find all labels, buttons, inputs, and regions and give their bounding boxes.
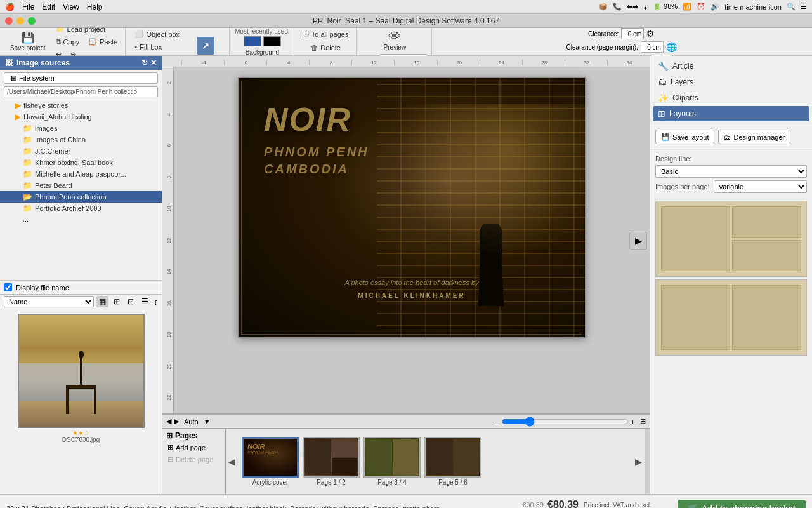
page-margin-label: Clearance (page margin): [566,44,638,51]
tab-article[interactable]: 🔧 Article [653,58,809,74]
zoom-in-btn[interactable]: ▶ [174,417,179,425]
sort-dir-icon[interactable]: ↕ [154,297,158,307]
add-icon: ⊞ [167,443,173,451]
pages-icon: ⊞ [166,431,173,440]
maximize-button[interactable] [28,17,36,25]
time-machine-icon[interactable]: ⏰ [697,3,705,11]
background-section: Most recently used: Background ▼ Backgro… [231,28,294,55]
delete-page-button[interactable]: ⊟ Delete page [166,455,221,464]
object-box-button[interactable]: ⬜ Object box [131,28,183,40]
clearance-gear-icon[interactable]: ⚙ [646,29,655,39]
zoom-plus-icon[interactable]: + [631,418,635,425]
display-filename-checkbox[interactable] [4,283,12,291]
large-grid-button[interactable]: ⊟ [125,296,136,307]
tree-item-khmer[interactable]: 📁 Khmer boxing_Saal book [0,157,162,168]
tree-item-portfolio[interactable]: 📁 Portfolio Archief 2000 [0,203,162,214]
zoom-out-btn[interactable]: ◀ [166,417,171,425]
add-to-cart-button[interactable]: 🛒 Add to shopping basket [678,500,806,508]
detail-view-button[interactable]: ☰ [139,296,151,307]
zoom-slider[interactable] [502,417,629,427]
zoom-minus-icon[interactable]: − [495,418,499,425]
tree-item-phnom[interactable]: 📂 Phnom Penh collection [0,191,162,203]
page-margin-input[interactable] [641,41,664,53]
cart-icon: 🛒 [688,504,698,508]
tree-item-images-china[interactable]: 📁 Images of China [0,134,162,145]
page-thumb-3-4[interactable]: Page 3 / 4 [362,436,422,487]
clearance-input[interactable] [621,28,644,39]
back-forward-icon[interactable]: ⬅➡ [627,3,638,11]
tree-item-label: Phnom Penh collection [35,193,107,201]
bluetooth-icon[interactable]: ⬥ [643,3,648,11]
next-page-arrow[interactable]: ▶ [629,232,647,250]
add-page-button[interactable]: ⊞ Add page [166,443,221,452]
page-thumb-1-2[interactable]: Page 1 / 2 [301,436,361,487]
delete-button[interactable]: 🗑 Delete [307,42,344,53]
thumbnail-item[interactable]: ★★☆ DSC7030.jpg [3,311,159,491]
globe-icon[interactable]: 🌐 [666,42,677,52]
dropbox-icon[interactable]: 📦 [599,3,608,11]
phone-icon[interactable]: 📞 [613,3,622,11]
battery-icon[interactable]: 🔋 98% [653,3,678,11]
pages-scrollbar[interactable] [645,429,650,494]
color-swatch-black[interactable] [263,36,281,46]
edit-menu[interactable]: Edit [42,3,55,11]
pages-scroll-area[interactable]: NOIR PHNOM PENH Acrylic cover [238,429,632,494]
search-icon[interactable]: 🔍 [787,3,796,11]
file-system-button[interactable]: 🖥 File system [4,72,158,84]
list-icon[interactable]: ☰ [801,3,807,11]
pages-left-scroll: ◀ [226,429,238,494]
tree-item-peter[interactable]: 📁 Peter Beard [0,180,162,191]
save-project-button[interactable]: 💾 Save project [6,30,49,53]
mac-menubar: 🍎 File Edit View Help 📦 📞 ⬅➡ ⬥ 🔋 98% 📶 ⏰… [0,0,812,14]
pages-scroll-right-button[interactable]: ▶ [632,455,645,468]
tree-item-jc-cremer[interactable]: 📁 J.C.Cremer [0,145,162,157]
color-swatch-blue[interactable] [244,36,261,46]
apple-menu[interactable]: 🍎 [5,3,15,11]
monitor-icon: 🖥 [10,74,16,82]
pages34-label: Page 3 / 4 [377,479,407,486]
layouts-grid [650,201,812,361]
tree-item-hawaii[interactable]: ▶ Hawaii_Aloha Healing [0,111,162,123]
design-manager-button[interactable]: 🗂 Design manager [718,130,790,144]
tree-item-more[interactable]: ... [0,214,162,224]
images-per-page-dropdown[interactable]: variable 1 2 [714,180,807,193]
volume-icon[interactable]: 🔊 [710,3,719,11]
help-menu[interactable]: Help [87,3,103,11]
view-menu[interactable]: View [63,3,79,11]
list-view-button[interactable]: ▦ [96,296,108,307]
status-bar: 30 x 21 Photobook Professional Line, Cov… [0,494,812,508]
sort-dropdown[interactable]: Name Date Size [4,296,94,307]
paste-icon: 📋 [88,37,97,46]
pages-scroll-left-button[interactable]: ◀ [226,455,238,468]
copy-button[interactable]: ⧉ Copy [52,36,84,48]
file-menu[interactable]: File [22,3,34,11]
close-button[interactable] [5,17,13,25]
page-thumb-cover[interactable]: NOIR PHNOM PENH Acrylic cover [240,436,300,487]
fit-icon[interactable]: ⊞ [640,417,646,425]
design-line-dropdown[interactable]: Basic Advanced [655,165,807,178]
save-layout-button[interactable]: 💾 Save layout [655,130,714,144]
layout-card-1[interactable] [655,201,807,277]
tree-item-images[interactable]: 📁 images [0,123,162,134]
window-controls[interactable] [5,17,36,25]
layout-card-2[interactable] [655,279,807,356]
to-all-pages-button[interactable]: ⊞ To all pages [299,28,353,40]
clipboard-section: ⊞ To all pages 🗑 Delete 🗑 Delete all [296,28,357,55]
grid-view-button[interactable]: ⊞ [111,296,122,307]
fill-box-button[interactable]: ▪ Fill box [131,41,183,53]
tab-layouts[interactable]: ⊞ Layouts [653,106,809,121]
refresh-icon[interactable]: ↻ [141,58,148,67]
minimize-button[interactable] [16,17,24,25]
pages34-thumbnail [363,437,421,478]
page-thumb-5-6[interactable]: Page 5 / 6 [423,436,483,487]
close-panel-icon[interactable]: ✕ [150,58,157,67]
canvas-scroll[interactable]: NOIR PHNOM PENH CAMBODIA A photo essay i… [174,67,650,413]
wifi-icon[interactable]: 📶 [683,3,691,11]
tab-cliparts[interactable]: ✨ Cliparts [653,90,809,105]
paste-button[interactable]: 📋 Paste [84,36,121,48]
tree-item-fisheye[interactable]: ▶ fisheye stories [0,100,162,111]
tab-layers[interactable]: 🗂 Layers [653,74,809,90]
preview-button[interactable]: 👁 Preview [379,28,412,52]
zoom-dropdown-arrow[interactable]: ▼ [204,418,211,425]
tree-item-michelle[interactable]: 📁 Michelle and Aleap paspoor... [0,168,162,180]
